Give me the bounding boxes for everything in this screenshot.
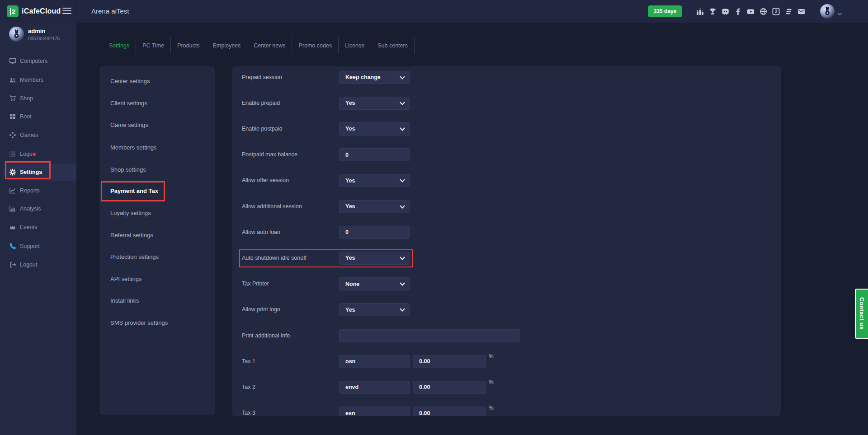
tax-3-name-input[interactable] bbox=[339, 407, 410, 416]
allow-offer-session-select[interactable]: Yes bbox=[339, 174, 410, 187]
field-label: Postpaid max balance bbox=[242, 148, 297, 161]
sidebar-item-reports[interactable]: Reports bbox=[0, 184, 76, 197]
sidebar-item-label: Logout bbox=[20, 262, 37, 268]
logs-icon bbox=[9, 150, 16, 158]
mail-icon[interactable] bbox=[797, 8, 805, 15]
tab-sub-centers[interactable]: Sub centers bbox=[371, 37, 415, 54]
settings-menu-item-sms-provider-settings[interactable]: SMS provider settings bbox=[110, 318, 168, 327]
tab-products[interactable]: Products bbox=[171, 37, 206, 54]
form-row-postpaid-max-balance: Postpaid max balance bbox=[232, 148, 781, 161]
contact-us-label: Contact us bbox=[859, 297, 865, 330]
sidebar-item-label: Analysis bbox=[20, 206, 41, 212]
tax-printer-select[interactable]: None bbox=[339, 277, 410, 290]
allow-additional-session-select[interactable]: Yes bbox=[339, 200, 410, 213]
tab-pc-time[interactable]: PC Time bbox=[136, 37, 171, 54]
settings-menu-item-protection-settings[interactable]: Protection settings bbox=[110, 253, 159, 262]
chevron-down-icon[interactable] bbox=[837, 9, 842, 18]
settings-menu-item-members-settings[interactable]: Members settings bbox=[110, 143, 157, 152]
postpaid-max-balance-input[interactable] bbox=[339, 148, 410, 161]
contact-us-button[interactable]: Contact us bbox=[855, 289, 868, 339]
print-additional-info-input[interactable] bbox=[339, 329, 520, 342]
hamburger-menu-icon[interactable] bbox=[62, 8, 71, 15]
center-name: Arena aiTest bbox=[91, 0, 129, 23]
icafecloud-icon[interactable]: 2 bbox=[772, 8, 780, 15]
field-label: Allow offer session bbox=[242, 174, 289, 187]
settings-menu-item-referral-settings[interactable]: Referral settings bbox=[110, 231, 153, 240]
tax-2-rate-input[interactable] bbox=[413, 381, 486, 394]
tab-promo-codes[interactable]: Promo codes bbox=[292, 37, 339, 54]
sidebar-item-support[interactable]: Support bbox=[0, 239, 76, 253]
tab-employees[interactable]: Employees bbox=[206, 37, 247, 54]
settings-menu-item-loyalty-settings[interactable]: Loyalty settings bbox=[110, 209, 151, 218]
sidebar-item-label: Boot bbox=[20, 113, 32, 120]
sidebar-item-logs[interactable]: Logs bbox=[0, 147, 76, 161]
sidebar-item-label: Reports bbox=[20, 187, 40, 194]
form-row-print-additional-info: Print additional info bbox=[232, 329, 781, 342]
settings-menu-item-shop-settings[interactable]: Shop settings bbox=[110, 165, 146, 174]
tabs-divider bbox=[93, 36, 856, 36]
sidebar-item-logout[interactable]: Logout bbox=[0, 258, 76, 271]
settings-menu-item-payment-and-tax[interactable]: Payment and Tax bbox=[110, 187, 158, 196]
select-value: Yes bbox=[345, 126, 355, 132]
sidebar-item-events[interactable]: Events bbox=[0, 220, 76, 234]
sidebar-item-boot[interactable]: Boot bbox=[0, 110, 76, 123]
settings-menu-item-game-settings[interactable]: Game settings bbox=[110, 121, 148, 130]
tax-1-name-input[interactable] bbox=[339, 355, 410, 368]
settings-menu-item-install-links[interactable]: Install links bbox=[110, 296, 139, 305]
sidebar-user[interactable]: admin 005193482475 bbox=[9, 27, 60, 42]
sidebar-item-computers[interactable]: Computers bbox=[0, 54, 76, 68]
field-label: Prepaid session bbox=[242, 71, 282, 84]
select-value: Yes bbox=[345, 307, 355, 313]
user-id: 005193482475 bbox=[28, 36, 60, 41]
auto-shutdown-idle-sonoff-select[interactable]: Yes bbox=[339, 252, 410, 265]
form-row-tax-3: Tax 3% bbox=[232, 407, 781, 416]
tax-1-rate-input[interactable] bbox=[413, 355, 486, 368]
topbar: 2 iCafeCloud Arena aiTest 335 days 2 bbox=[0, 0, 868, 23]
trophy-icon[interactable] bbox=[709, 8, 717, 15]
ranking-icon[interactable] bbox=[696, 8, 704, 15]
form-row-enable-postpaid: Enable postpaidYes bbox=[232, 122, 781, 136]
sidebar-item-shop[interactable]: Shop bbox=[0, 92, 76, 105]
percent-sign: % bbox=[489, 353, 494, 360]
user-name: admin bbox=[28, 28, 60, 34]
tab-license[interactable]: License bbox=[339, 37, 371, 54]
form-row-allow-additional-session: Allow additional sessionYes bbox=[232, 200, 781, 213]
settings-menu-item-api-settings[interactable]: API settings bbox=[110, 275, 142, 284]
form-row-allow-print-logo: Allow print logoYes bbox=[232, 303, 781, 316]
select-value: None bbox=[345, 281, 359, 287]
shop-icon bbox=[9, 95, 16, 102]
allow-auto-loan-input[interactable] bbox=[339, 226, 410, 239]
allow-print-logo-select[interactable]: Yes bbox=[339, 303, 410, 316]
tax-3-rate-input[interactable] bbox=[413, 407, 486, 416]
percent-sign: % bbox=[489, 379, 494, 385]
sidebar-item-games[interactable]: Games bbox=[0, 128, 76, 142]
notification-dot bbox=[33, 153, 36, 156]
layers-icon[interactable] bbox=[785, 8, 793, 15]
select-value: Yes bbox=[345, 203, 355, 210]
globe-icon[interactable] bbox=[760, 8, 767, 15]
discord-icon[interactable] bbox=[722, 8, 729, 15]
form-row-tax-printer: Tax PrinterNone bbox=[232, 277, 781, 290]
tab-settings[interactable]: Settings bbox=[103, 37, 136, 54]
computers-icon bbox=[9, 57, 16, 65]
sidebar-item-settings[interactable]: Settings bbox=[0, 165, 76, 179]
enable-postpaid-select[interactable]: Yes bbox=[339, 122, 410, 136]
tabs-bar: SettingsPC TimeProductsEmployeesCenter n… bbox=[103, 37, 415, 54]
tax-2-name-input[interactable] bbox=[339, 381, 410, 394]
field-label: Tax 1 bbox=[242, 355, 255, 368]
field-label: Tax Printer bbox=[242, 277, 269, 290]
field-label: Print additional info bbox=[242, 329, 290, 342]
settings-menu-item-client-settings[interactable]: Client settings bbox=[110, 99, 147, 108]
youtube-icon[interactable] bbox=[747, 8, 755, 15]
sidebar: admin 005193482475 ComputersMembersShopB… bbox=[0, 23, 76, 435]
enable-prepaid-select[interactable]: Yes bbox=[339, 97, 410, 110]
facebook-icon[interactable] bbox=[734, 8, 742, 15]
settings-menu-item-center-settings[interactable]: Center settings bbox=[110, 77, 150, 86]
sidebar-item-members[interactable]: Members bbox=[0, 73, 76, 87]
tab-center-news[interactable]: Center news bbox=[247, 37, 292, 54]
reports-icon bbox=[9, 187, 16, 194]
sidebar-item-analysis[interactable]: Analysis bbox=[0, 202, 76, 215]
license-days-badge[interactable]: 335 days bbox=[648, 5, 682, 17]
prepaid-session-select[interactable]: Keep change bbox=[339, 71, 410, 84]
user-avatar[interactable] bbox=[820, 4, 835, 19]
